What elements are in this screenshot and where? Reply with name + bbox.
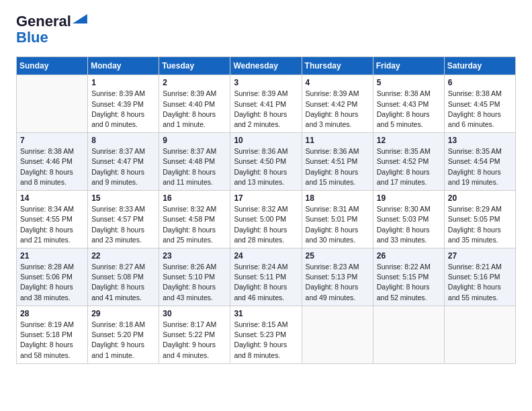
calendar-cell (17, 75, 88, 133)
weekday-header: Tuesday (159, 57, 230, 75)
weekday-header: Friday (373, 57, 444, 75)
calendar-cell: 28Sunrise: 8:19 AMSunset: 5:18 PMDayligh… (17, 306, 88, 363)
calendar-cell (444, 306, 515, 363)
calendar-cell: 6Sunrise: 8:38 AMSunset: 4:45 PMDaylight… (444, 75, 515, 133)
day-info: Sunrise: 8:31 AMSunset: 5:01 PMDaylight:… (306, 204, 369, 245)
calendar-cell: 15Sunrise: 8:33 AMSunset: 4:57 PMDayligh… (88, 191, 159, 248)
day-info: Sunrise: 8:39 AMSunset: 4:39 PMDaylight:… (91, 89, 155, 130)
day-number: 19 (377, 193, 441, 203)
day-number: 15 (91, 193, 155, 203)
calendar-cell: 24Sunrise: 8:24 AMSunset: 5:11 PMDayligh… (230, 248, 302, 306)
svg-marker-0 (73, 14, 87, 24)
calendar-cell: 19Sunrise: 8:30 AMSunset: 5:03 PMDayligh… (373, 191, 444, 248)
day-info: Sunrise: 8:29 AMSunset: 5:05 PMDaylight:… (448, 204, 512, 245)
calendar-cell: 26Sunrise: 8:22 AMSunset: 5:15 PMDayligh… (373, 248, 444, 306)
day-number: 7 (20, 136, 84, 145)
calendar-cell: 1Sunrise: 8:39 AMSunset: 4:39 PMDaylight… (88, 75, 159, 133)
day-number: 1 (91, 78, 155, 87)
weekday-header: Saturday (444, 57, 515, 75)
calendar-week-row: 14Sunrise: 8:34 AMSunset: 4:55 PMDayligh… (17, 191, 516, 248)
weekday-header: Wednesday (230, 57, 302, 75)
day-info: Sunrise: 8:15 AMSunset: 5:23 PMDaylight:… (234, 320, 298, 361)
calendar-week-row: 21Sunrise: 8:28 AMSunset: 5:06 PMDayligh… (17, 248, 516, 306)
day-info: Sunrise: 8:36 AMSunset: 4:50 PMDaylight:… (234, 146, 298, 187)
day-info: Sunrise: 8:39 AMSunset: 4:40 PMDaylight:… (163, 89, 226, 130)
day-number: 6 (448, 78, 512, 87)
day-number: 30 (163, 309, 226, 318)
calendar-cell: 7Sunrise: 8:38 AMSunset: 4:46 PMDaylight… (17, 133, 88, 191)
calendar-cell: 11Sunrise: 8:36 AMSunset: 4:51 PMDayligh… (302, 133, 373, 191)
day-number: 11 (306, 136, 369, 145)
day-info: Sunrise: 8:28 AMSunset: 5:06 PMDaylight:… (20, 262, 84, 303)
logo-blue-text: Blue (16, 30, 48, 46)
calendar-cell: 10Sunrise: 8:36 AMSunset: 4:50 PMDayligh… (230, 133, 302, 191)
day-info: Sunrise: 8:35 AMSunset: 4:54 PMDaylight:… (448, 146, 512, 187)
weekday-header: Sunday (17, 57, 88, 75)
calendar-cell: 3Sunrise: 8:39 AMSunset: 4:41 PMDaylight… (230, 75, 302, 133)
calendar-cell: 30Sunrise: 8:17 AMSunset: 5:22 PMDayligh… (159, 306, 230, 363)
day-info: Sunrise: 8:39 AMSunset: 4:41 PMDaylight:… (234, 89, 298, 130)
day-number: 26 (377, 251, 441, 261)
day-info: Sunrise: 8:22 AMSunset: 5:15 PMDaylight:… (377, 262, 441, 303)
day-info: Sunrise: 8:33 AMSunset: 4:57 PMDaylight:… (91, 204, 155, 245)
calendar-cell: 29Sunrise: 8:18 AMSunset: 5:20 PMDayligh… (88, 306, 159, 363)
day-number: 25 (306, 251, 369, 261)
day-info: Sunrise: 8:30 AMSunset: 5:03 PMDaylight:… (377, 204, 441, 245)
calendar-cell: 5Sunrise: 8:38 AMSunset: 4:43 PMDaylight… (373, 75, 444, 133)
page-header: General Blue (16, 13, 516, 46)
day-info: Sunrise: 8:23 AMSunset: 5:13 PMDaylight:… (306, 262, 369, 303)
day-info: Sunrise: 8:37 AMSunset: 4:48 PMDaylight:… (163, 146, 226, 187)
day-info: Sunrise: 8:34 AMSunset: 4:55 PMDaylight:… (20, 204, 84, 245)
day-number: 22 (91, 251, 155, 261)
day-info: Sunrise: 8:26 AMSunset: 5:10 PMDaylight:… (163, 262, 226, 303)
day-number: 20 (448, 193, 512, 203)
calendar-cell: 2Sunrise: 8:39 AMSunset: 4:40 PMDaylight… (159, 75, 230, 133)
calendar-week-row: 28Sunrise: 8:19 AMSunset: 5:18 PMDayligh… (17, 306, 516, 363)
calendar-header-row: SundayMondayTuesdayWednesdayThursdayFrid… (17, 57, 516, 75)
day-number: 10 (234, 136, 298, 145)
calendar-cell: 31Sunrise: 8:15 AMSunset: 5:23 PMDayligh… (230, 306, 302, 363)
calendar-cell: 22Sunrise: 8:27 AMSunset: 5:08 PMDayligh… (88, 248, 159, 306)
logo: General Blue (16, 13, 87, 46)
day-info: Sunrise: 8:39 AMSunset: 4:42 PMDaylight:… (306, 89, 369, 130)
day-info: Sunrise: 8:37 AMSunset: 4:47 PMDaylight:… (91, 146, 155, 187)
day-info: Sunrise: 8:35 AMSunset: 4:52 PMDaylight:… (377, 146, 441, 187)
calendar-week-row: 1Sunrise: 8:39 AMSunset: 4:39 PMDaylight… (17, 75, 516, 133)
calendar-cell: 16Sunrise: 8:32 AMSunset: 4:58 PMDayligh… (159, 191, 230, 248)
day-number: 14 (20, 193, 84, 203)
calendar-cell: 8Sunrise: 8:37 AMSunset: 4:47 PMDaylight… (88, 133, 159, 191)
day-number: 24 (234, 251, 298, 261)
calendar-cell: 12Sunrise: 8:35 AMSunset: 4:52 PMDayligh… (373, 133, 444, 191)
day-number: 27 (448, 251, 512, 261)
day-number: 2 (163, 78, 226, 87)
day-info: Sunrise: 8:32 AMSunset: 4:58 PMDaylight:… (163, 204, 226, 245)
day-info: Sunrise: 8:19 AMSunset: 5:18 PMDaylight:… (20, 320, 84, 361)
day-number: 29 (91, 309, 155, 318)
calendar-cell: 13Sunrise: 8:35 AMSunset: 4:54 PMDayligh… (444, 133, 515, 191)
day-number: 12 (377, 136, 441, 145)
day-info: Sunrise: 8:21 AMSunset: 5:16 PMDaylight:… (448, 262, 512, 303)
calendar-cell: 21Sunrise: 8:28 AMSunset: 5:06 PMDayligh… (17, 248, 88, 306)
calendar-cell: 23Sunrise: 8:26 AMSunset: 5:10 PMDayligh… (159, 248, 230, 306)
calendar-cell: 27Sunrise: 8:21 AMSunset: 5:16 PMDayligh… (444, 248, 515, 306)
weekday-header: Thursday (302, 57, 373, 75)
logo-icon (73, 14, 87, 24)
calendar-cell: 20Sunrise: 8:29 AMSunset: 5:05 PMDayligh… (444, 191, 515, 248)
day-number: 3 (234, 78, 298, 87)
calendar-cell: 14Sunrise: 8:34 AMSunset: 4:55 PMDayligh… (17, 191, 88, 248)
day-number: 28 (20, 309, 84, 318)
day-info: Sunrise: 8:24 AMSunset: 5:11 PMDaylight:… (234, 262, 298, 303)
calendar-cell: 4Sunrise: 8:39 AMSunset: 4:42 PMDaylight… (302, 75, 373, 133)
weekday-header: Monday (88, 57, 159, 75)
day-number: 13 (448, 136, 512, 145)
calendar-cell: 9Sunrise: 8:37 AMSunset: 4:48 PMDaylight… (159, 133, 230, 191)
day-info: Sunrise: 8:18 AMSunset: 5:20 PMDaylight:… (91, 320, 155, 361)
day-number: 4 (306, 78, 369, 87)
day-number: 18 (306, 193, 369, 203)
day-info: Sunrise: 8:38 AMSunset: 4:45 PMDaylight:… (448, 89, 512, 130)
calendar-table: SundayMondayTuesdayWednesdayThursdayFrid… (16, 56, 516, 363)
logo-text: General (16, 13, 71, 30)
day-info: Sunrise: 8:27 AMSunset: 5:08 PMDaylight:… (91, 262, 155, 303)
day-number: 8 (91, 136, 155, 145)
calendar-cell (302, 306, 373, 363)
